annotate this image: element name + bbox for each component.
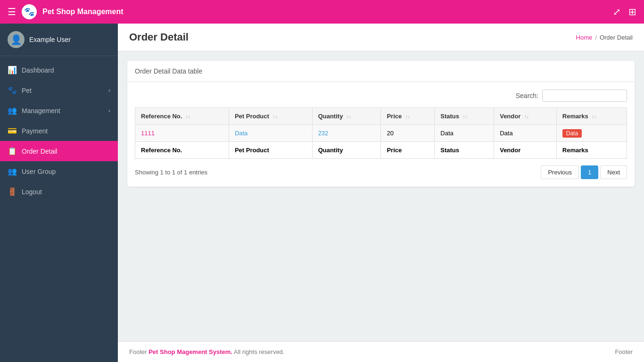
previous-button[interactable]: Previous bbox=[541, 165, 579, 179]
sidebar-item-label: Dashboard bbox=[22, 66, 110, 74]
app-title: Pet Shop Management bbox=[42, 8, 124, 16]
cell-vendor: Data bbox=[494, 125, 557, 142]
next-button[interactable]: Next bbox=[600, 165, 627, 179]
data-table: Reference No. ↑↓ Pet Product ↑↓ Quantity… bbox=[135, 107, 627, 159]
sidebar-item-label: User Group bbox=[22, 168, 110, 175]
col-ref-no[interactable]: Reference No. ↑↓ bbox=[135, 108, 229, 125]
topbar-left: ☰ 🐾 Pet Shop Management bbox=[8, 4, 124, 19]
cell-remarks: Data bbox=[556, 125, 627, 142]
topbar: ☰ 🐾 Pet Shop Management ⤢ ⊞ bbox=[0, 0, 644, 24]
footer-col-quantity: Quantity bbox=[312, 142, 381, 159]
sidebar-item-label: Logout bbox=[22, 188, 110, 196]
app-logo: 🐾 bbox=[22, 4, 37, 19]
chevron-icon: ‹ bbox=[108, 107, 110, 114]
avatar: 👤 bbox=[8, 31, 25, 48]
col-price[interactable]: Price ↑↓ bbox=[381, 108, 435, 125]
sort-icon: ↑↓ bbox=[347, 114, 351, 119]
logout-icon: 🚪 bbox=[8, 187, 17, 196]
sort-icon: ↑↓ bbox=[186, 114, 190, 119]
breadcrumb-current: Order Detail bbox=[600, 34, 633, 41]
sort-icon: ↑↓ bbox=[592, 114, 596, 119]
payment-icon: 💳 bbox=[8, 126, 17, 135]
footer-col-ref-no: Reference No. bbox=[135, 142, 229, 159]
entries-info: Showing 1 to 1 of 1 entries bbox=[135, 169, 207, 176]
sidebar-username: Example User bbox=[29, 36, 71, 43]
sidebar-item-dashboard[interactable]: 📊 Dashboard bbox=[0, 60, 118, 80]
footer-col-status: Status bbox=[435, 142, 494, 159]
chevron-icon: ‹ bbox=[108, 87, 110, 94]
user-group-icon: 👥 bbox=[8, 167, 17, 176]
footer-left-text: Footer bbox=[129, 348, 149, 355]
topbar-right: ⤢ ⊞ bbox=[613, 6, 636, 17]
footer-left: Footer Pet Shop Magement System. All rig… bbox=[129, 348, 284, 355]
pagination: Previous 1 Next bbox=[541, 165, 627, 179]
cell-ref-no[interactable]: 1111 bbox=[135, 125, 229, 142]
footer: Footer Pet Shop Magement System. All rig… bbox=[118, 341, 644, 362]
table-controls: Search: bbox=[135, 90, 627, 102]
footer-right: Footer bbox=[615, 348, 633, 355]
cell-status: Data bbox=[435, 125, 494, 142]
sidebar-item-pet[interactable]: 🐾 Pet ‹ bbox=[0, 80, 118, 100]
page-1-button[interactable]: 1 bbox=[581, 165, 598, 179]
sidebar-item-label: Payment bbox=[22, 127, 110, 135]
management-icon: 👥 bbox=[8, 106, 17, 115]
sort-icon: ↑↓ bbox=[405, 114, 410, 119]
main-content: Order Detail Data table Search: Referenc… bbox=[118, 51, 644, 341]
table-footer: Showing 1 to 1 of 1 entries Previous 1 N… bbox=[135, 165, 627, 179]
col-quantity[interactable]: Quantity ↑↓ bbox=[312, 108, 381, 125]
table-row: 1111 Data 232 20 Data Data Data bbox=[135, 125, 627, 142]
footer-col-remarks: Remarks bbox=[556, 142, 627, 159]
sidebar-user: 👤 Example User bbox=[0, 24, 118, 56]
dashboard-icon: 📊 bbox=[8, 66, 17, 74]
panel: Order Detail Data table Search: Referenc… bbox=[127, 61, 635, 187]
sidebar-item-label: Management bbox=[22, 107, 104, 115]
remarks-badge: Data bbox=[562, 129, 582, 138]
search-input[interactable] bbox=[542, 90, 627, 102]
footer-col-vendor: Vendor bbox=[494, 142, 557, 159]
footer-col-price: Price bbox=[381, 142, 435, 159]
page-title: Order Detail bbox=[129, 31, 189, 43]
sidebar-item-user-group[interactable]: 👥 User Group bbox=[0, 161, 118, 181]
sidebar: 👤 Example User 📊 Dashboard 🐾 Pet ‹ 👥 Man… bbox=[0, 24, 118, 362]
col-remarks[interactable]: Remarks ↑↓ bbox=[556, 108, 627, 125]
footer-brand: Pet Shop Magement System. bbox=[149, 348, 232, 355]
sort-icon: ↑↓ bbox=[524, 114, 529, 119]
panel-body: Search: Reference No. ↑↓ Pet Product ↑↓ … bbox=[127, 82, 635, 187]
table-body: 1111 Data 232 20 Data Data Data bbox=[135, 125, 627, 159]
footer-col-pet-product: Pet Product bbox=[229, 142, 312, 159]
order-detail-icon: 📋 bbox=[8, 147, 17, 156]
pet-icon: 🐾 bbox=[8, 86, 17, 95]
col-pet-product[interactable]: Pet Product ↑↓ bbox=[229, 108, 312, 125]
cell-price: 20 bbox=[381, 125, 435, 142]
sidebar-nav: 📊 Dashboard 🐾 Pet ‹ 👥 Management ‹ 💳 Pay… bbox=[0, 56, 118, 206]
sidebar-item-label: Order Detail bbox=[22, 148, 110, 155]
breadcrumb-home[interactable]: Home bbox=[576, 34, 593, 41]
sidebar-item-management[interactable]: 👥 Management ‹ bbox=[0, 100, 118, 121]
grid-icon[interactable]: ⊞ bbox=[628, 6, 636, 17]
cell-quantity: 232 bbox=[312, 125, 381, 142]
breadcrumb: Home / Order Detail bbox=[576, 34, 633, 41]
hamburger-icon[interactable]: ☰ bbox=[8, 6, 16, 17]
sort-icon: ↑↓ bbox=[463, 114, 468, 119]
content-area: Order Detail Home / Order Detail Order D… bbox=[118, 24, 644, 362]
table-footer-row: Reference No. Pet Product Quantity Price… bbox=[135, 142, 627, 159]
table-head: Reference No. ↑↓ Pet Product ↑↓ Quantity… bbox=[135, 108, 627, 125]
sidebar-item-logout[interactable]: 🚪 Logout bbox=[0, 181, 118, 202]
shrink-icon[interactable]: ⤢ bbox=[613, 6, 621, 17]
cell-pet-product: Data bbox=[229, 125, 312, 142]
main-layout: 👤 Example User 📊 Dashboard 🐾 Pet ‹ 👥 Man… bbox=[0, 24, 644, 362]
sidebar-item-payment[interactable]: 💳 Payment bbox=[0, 121, 118, 141]
col-vendor[interactable]: Vendor ↑↓ bbox=[494, 108, 557, 125]
sidebar-item-label: Pet bbox=[22, 87, 104, 94]
col-status[interactable]: Status ↑↓ bbox=[435, 108, 494, 125]
table-header-row: Reference No. ↑↓ Pet Product ↑↓ Quantity… bbox=[135, 108, 627, 125]
breadcrumb-separator: / bbox=[595, 34, 597, 41]
sidebar-item-order-detail[interactable]: 📋 Order Detail bbox=[0, 141, 118, 161]
sort-icon: ↑↓ bbox=[272, 114, 277, 119]
content-header: Order Detail Home / Order Detail bbox=[118, 24, 644, 51]
footer-right-inline: All rights reserved. bbox=[232, 348, 285, 355]
panel-header: Order Detail Data table bbox=[127, 61, 635, 82]
search-label: Search: bbox=[516, 92, 538, 99]
